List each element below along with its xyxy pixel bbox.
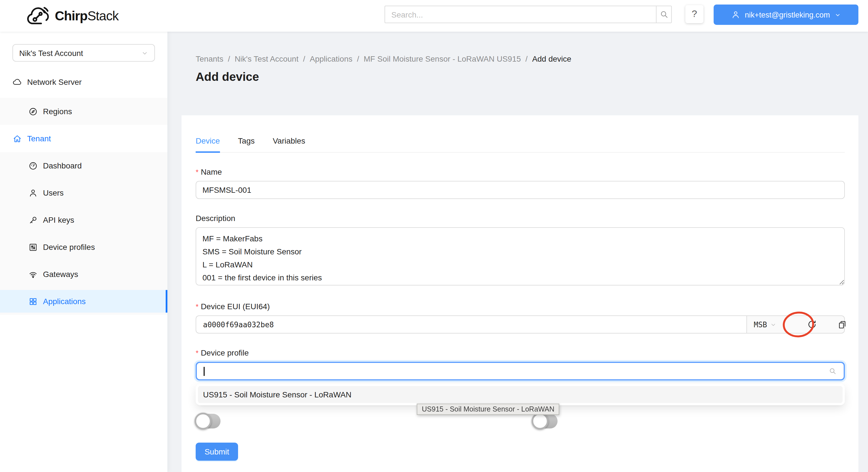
chevron-down-icon [835, 11, 841, 18]
cloud-icon [12, 77, 22, 87]
top-header: ChirpStack ? nik+test@gristleking.com [0, 0, 868, 32]
tenant-submenu: Dashboard Users API keys [0, 152, 167, 315]
question-mark-icon: ? [692, 8, 697, 20]
device-eui-addon: MSB [746, 315, 845, 334]
required-marker: * [196, 349, 198, 357]
chevron-down-icon [142, 50, 148, 56]
page-title: Add device [196, 70, 259, 84]
breadcrumb-account[interactable]: Nik's Test Account [235, 54, 299, 63]
sidebar-item-network-server[interactable]: Network Server [0, 71, 167, 93]
sidebar-item-label: Applications [43, 297, 86, 306]
device-eui-form-item: *Device EUI (EUI64) MSB [196, 301, 845, 334]
key-icon [28, 215, 38, 225]
global-search [384, 6, 672, 23]
name-label: *Name [196, 166, 845, 178]
sidebar-item-label: Device profiles [43, 243, 95, 252]
tab-variables[interactable]: Variables [273, 136, 305, 152]
device-profile-option[interactable]: US915 - Soil Moisture Sensor - LoRaWAN [198, 386, 842, 403]
sidebar-item-label: Dashboard [43, 161, 82, 170]
sidebar-item-label: Gateways [43, 270, 78, 279]
user-icon [731, 10, 740, 19]
required-marker: * [196, 168, 198, 176]
name-input[interactable] [196, 181, 845, 199]
search-icon [659, 10, 669, 19]
wifi-icon [28, 269, 38, 279]
description-textarea[interactable]: MF = MakerFabs SMS = Soil Moisture Senso… [196, 227, 845, 285]
generate-eui-button[interactable] [807, 319, 817, 329]
sidebar-item-api-keys[interactable]: API keys [0, 209, 167, 231]
device-eui-group: MSB [196, 315, 845, 334]
device-profile-label: *Device profile [196, 347, 845, 359]
tab-device[interactable]: Device [196, 136, 220, 152]
left-toggle-switch[interactable] [196, 414, 220, 429]
tab-bar: Device Tags Variables [196, 136, 845, 153]
search-icon [829, 367, 837, 375]
tenant-select[interactable]: Nik's Test Account [12, 44, 155, 62]
toggle-knob [531, 413, 549, 430]
breadcrumb: Tenants/Nik's Test Account/Applications/… [196, 54, 571, 63]
add-device-card: Device Tags Variables *Name Description … [182, 115, 858, 472]
user-email: nik+test@gristleking.com [745, 10, 830, 19]
sidebar-item-label: Tenant [27, 134, 51, 143]
description-label: Description [196, 213, 845, 224]
required-marker: * [196, 303, 198, 311]
device-profile-select[interactable] [196, 362, 845, 380]
user-menu-button[interactable]: nik+test@gristleking.com [714, 4, 858, 25]
control-icon [28, 242, 38, 252]
byte-order-dropdown[interactable]: MSB [754, 320, 777, 329]
sidebar-item-regions[interactable]: Regions [0, 100, 167, 123]
copy-eui-button[interactable] [838, 320, 847, 329]
sidebar-item-label: Regions [43, 107, 72, 116]
compass-icon [28, 106, 38, 116]
breadcrumb-current: Add device [532, 54, 571, 63]
sidebar-item-label: API keys [43, 215, 74, 224]
toggle-knob [194, 413, 212, 430]
search-button[interactable] [656, 6, 672, 23]
user-icon [28, 188, 38, 197]
breadcrumb-applications[interactable]: Applications [310, 54, 352, 63]
device-profile-tooltip: US915 - Soil Moisture Sensor - LoRaWAN [417, 404, 560, 415]
text-cursor [204, 367, 205, 376]
sidebar-item-tenant[interactable]: Tenant [0, 127, 167, 150]
sidebar-item-device-profiles[interactable]: Device profiles [0, 236, 167, 258]
sidebar-item-dashboard[interactable]: Dashboard [0, 154, 167, 177]
switches-row [196, 414, 845, 429]
chirpstack-logo[interactable]: ChirpStack [26, 4, 119, 28]
description-form-item: Description MF = MakerFabs SMS = Soil Mo… [196, 213, 845, 287]
appstore-icon [28, 296, 38, 306]
device-eui-label: *Device EUI (EUI64) [196, 301, 845, 313]
device-profile-form-item: *Device profile US915 - Soil Moisture Se… [196, 347, 845, 380]
chevron-down-icon [771, 321, 777, 327]
submit-button[interactable]: Submit [196, 443, 238, 461]
sidebar-item-applications[interactable]: Applications [0, 290, 167, 313]
device-profile-select-wrapper: US915 - Soil Moisture Sensor - LoRaWAN U… [196, 362, 845, 380]
breadcrumb-separator: / [525, 54, 528, 63]
sidebar-item-label: Users [43, 188, 64, 197]
sidebar-item-gateways[interactable]: Gateways [0, 263, 167, 285]
refresh-icon [807, 319, 817, 329]
home-icon [12, 134, 22, 143]
tenant-select-value: Nik's Test Account [19, 48, 142, 57]
search-input[interactable] [384, 6, 656, 23]
brand-name: ChirpStack [55, 8, 119, 24]
breadcrumb-separator: / [357, 54, 359, 63]
breadcrumb-application-name[interactable]: MF Soil Moisture Sensor - LoRaWAN US915 [364, 54, 521, 63]
right-toggle-switch[interactable] [533, 414, 558, 429]
app-window: ChirpStack ? nik+test@gristleking.com [0, 0, 868, 472]
name-form-item: *Name [196, 166, 845, 199]
tab-tags[interactable]: Tags [238, 136, 255, 152]
sidebar-item-users[interactable]: Users [0, 182, 167, 204]
copy-icon [838, 320, 847, 329]
chirpstack-logo-icon [26, 4, 51, 27]
dashboard-icon [28, 161, 38, 170]
main-content: Tenants/Nik's Test Account/Applications/… [167, 32, 868, 472]
sidebar: Nik's Test Account Network Server Region… [0, 32, 167, 472]
breadcrumb-separator: / [303, 54, 305, 63]
sidebar-item-label: Network Server [27, 77, 82, 87]
sidebar-menu: Network Server Regions Tenant [0, 71, 167, 315]
breadcrumb-tenants[interactable]: Tenants [196, 54, 223, 63]
byte-order-value: MSB [754, 320, 767, 329]
device-eui-input[interactable] [196, 315, 746, 334]
help-button[interactable]: ? [685, 5, 704, 23]
device-profile-dropdown: US915 - Soil Moisture Sensor - LoRaWAN [196, 384, 845, 405]
